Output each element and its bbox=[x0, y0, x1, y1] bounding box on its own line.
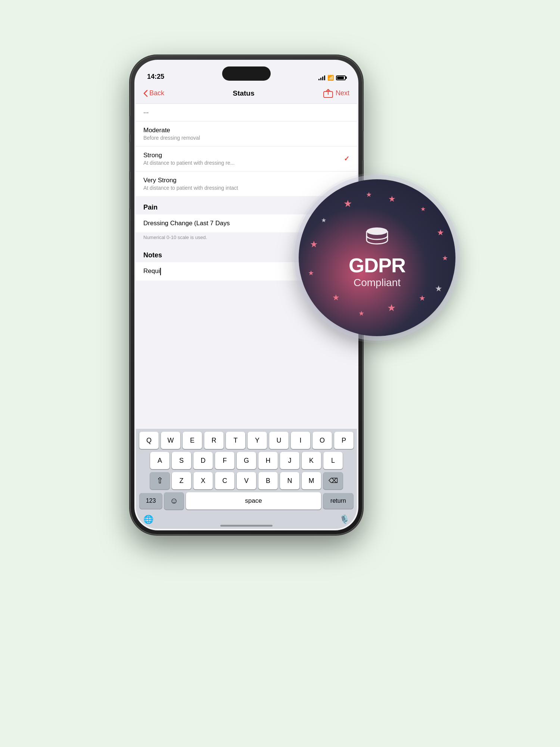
list-item-strong-title: Strong bbox=[143, 152, 344, 159]
key-f[interactable]: F bbox=[215, 452, 234, 469]
num-key[interactable]: 123 bbox=[140, 493, 162, 509]
key-g[interactable]: G bbox=[237, 452, 256, 469]
keyboard-bottom-row: 123 ☺ space return bbox=[136, 492, 357, 513]
status-time: 14:25 bbox=[147, 73, 164, 81]
star-icon-8: ★ bbox=[419, 294, 426, 303]
list-item-strong-subtitle: At distance to patient with dressing re.… bbox=[143, 160, 344, 166]
battery-icon bbox=[336, 75, 346, 80]
star-icon-12: ★ bbox=[308, 269, 314, 277]
key-p[interactable]: P bbox=[334, 432, 354, 449]
volume-down-button bbox=[129, 179, 131, 209]
chevron-left-icon bbox=[143, 90, 148, 97]
dynamic-island bbox=[222, 66, 271, 81]
share-icon bbox=[323, 89, 333, 98]
key-i[interactable]: I bbox=[291, 432, 310, 449]
partial-item-title: ... bbox=[143, 108, 349, 115]
list-item-very-strong-content: Very Strong At distance to patient with … bbox=[143, 177, 349, 191]
key-h[interactable]: H bbox=[258, 452, 278, 469]
key-k[interactable]: K bbox=[302, 452, 321, 469]
list-item-moderate[interactable]: Moderate Before dressing removal bbox=[136, 121, 357, 146]
star-icon-6: ★ bbox=[442, 254, 448, 262]
key-u[interactable]: U bbox=[269, 432, 289, 449]
star-icon-13: ★ bbox=[310, 239, 318, 249]
star-icon-10: ★ bbox=[358, 309, 364, 317]
next-button[interactable]: Next bbox=[323, 89, 349, 98]
key-m[interactable]: M bbox=[302, 472, 321, 489]
key-q[interactable]: Q bbox=[139, 432, 159, 449]
key-s[interactable]: S bbox=[172, 452, 191, 469]
back-label: Back bbox=[149, 89, 164, 97]
nav-title: Status bbox=[233, 89, 254, 97]
key-v[interactable]: V bbox=[237, 472, 256, 489]
keyboard: Q W E R T Y U I O P A S bbox=[136, 429, 357, 529]
globe-icon[interactable]: 🌐 bbox=[143, 515, 153, 524]
wifi-icon: 📶 bbox=[327, 75, 334, 81]
key-z[interactable]: Z bbox=[172, 472, 191, 489]
gdpr-title: GDPR bbox=[349, 254, 405, 277]
star-icon-2: ★ bbox=[366, 190, 372, 199]
scroll-content: ... Moderate Before dressing removal Str… bbox=[136, 104, 357, 529]
list-item-moderate-subtitle: Before dressing removal bbox=[143, 135, 349, 141]
star-icon-11: ★ bbox=[332, 293, 340, 303]
status-icons: 📶 bbox=[318, 75, 346, 81]
key-r[interactable]: R bbox=[204, 432, 224, 449]
list-item-moderate-title: Moderate bbox=[143, 127, 349, 134]
keyboard-row-1: Q W E R T Y U I O P bbox=[136, 432, 357, 449]
key-l[interactable]: L bbox=[323, 452, 343, 469]
checkmark-icon: ✓ bbox=[344, 155, 349, 163]
star-icon-5: ★ bbox=[437, 228, 444, 238]
next-label: Next bbox=[336, 89, 349, 97]
list-item-strong-content: Strong At distance to patient with dress… bbox=[143, 152, 344, 166]
key-y[interactable]: Y bbox=[248, 432, 267, 449]
space-key[interactable]: space bbox=[186, 492, 321, 509]
key-n[interactable]: N bbox=[280, 472, 299, 489]
return-key[interactable]: return bbox=[323, 493, 353, 509]
mute-button bbox=[129, 116, 131, 134]
emoji-key[interactable]: ☺ bbox=[164, 492, 184, 509]
keyboard-row-2: A S D F G H J K L bbox=[136, 452, 357, 469]
volume-up-button bbox=[129, 142, 131, 172]
key-b[interactable]: B bbox=[258, 472, 278, 489]
list-item-very-strong-title: Very Strong bbox=[143, 177, 349, 184]
star-icon-9: ★ bbox=[387, 302, 396, 314]
star-icon-4: ★ bbox=[420, 205, 426, 213]
signal-icon bbox=[318, 75, 325, 80]
nav-bar: Back Status Next bbox=[136, 83, 357, 104]
key-w[interactable]: W bbox=[161, 432, 180, 449]
key-t[interactable]: T bbox=[226, 432, 245, 449]
mic-icon[interactable]: 🎙️ bbox=[339, 515, 349, 524]
list-item-moderate-content: Moderate Before dressing removal bbox=[143, 127, 349, 141]
star-icon-7: ★ bbox=[435, 284, 442, 294]
keyboard-row-3: ⇧ Z X C V B N M ⌫ bbox=[136, 472, 357, 489]
key-c[interactable]: C bbox=[215, 472, 234, 489]
key-j[interactable]: J bbox=[280, 452, 299, 469]
key-x[interactable]: X bbox=[193, 472, 213, 489]
delete-key[interactable]: ⌫ bbox=[323, 472, 343, 489]
key-e[interactable]: E bbox=[183, 432, 202, 449]
key-o[interactable]: O bbox=[312, 432, 332, 449]
gdpr-subtitle: Compliant bbox=[354, 277, 401, 289]
star-icon-1: ★ bbox=[343, 198, 352, 210]
list-item-strong[interactable]: Strong At distance to patient with dress… bbox=[136, 146, 357, 171]
partial-list-item[interactable]: ... bbox=[136, 104, 357, 121]
star-icon-3: ★ bbox=[388, 194, 396, 204]
list-item-very-strong-subtitle: At distance to patient with dressing int… bbox=[143, 185, 349, 191]
svg-point-1 bbox=[367, 227, 388, 235]
database-icon bbox=[364, 227, 390, 249]
star-icon-14: ★ bbox=[321, 217, 326, 224]
home-indicator bbox=[220, 525, 273, 527]
shift-key[interactable]: ⇧ bbox=[150, 472, 169, 489]
list-item-very-strong[interactable]: Very Strong At distance to patient with … bbox=[136, 171, 357, 196]
gdpr-badge: ★ ★ ★ ★ ★ ★ ★ ★ ★ ★ ★ ★ ★ ★ GDPR Complia… bbox=[299, 179, 455, 336]
back-button[interactable]: Back bbox=[143, 89, 164, 97]
key-a[interactable]: A bbox=[150, 452, 169, 469]
key-d[interactable]: D bbox=[193, 452, 213, 469]
